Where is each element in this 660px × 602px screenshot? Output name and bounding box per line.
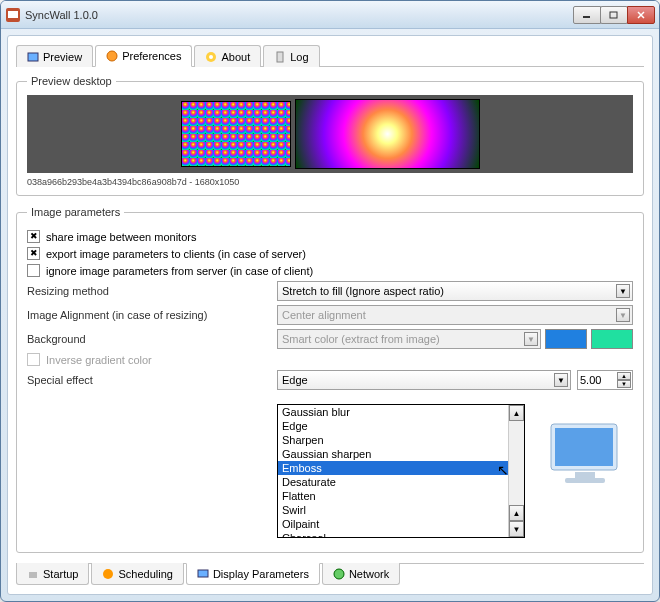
alignment-combo: Center alignment ▼ <box>277 305 633 325</box>
preview-legend: Preview desktop <box>27 75 116 87</box>
ignore-checkbox[interactable] <box>27 264 40 277</box>
chevron-down-icon: ▼ <box>554 373 568 387</box>
dropdown-item[interactable]: Flatten <box>278 489 524 503</box>
monitor-thumb-2[interactable] <box>295 99 480 169</box>
tab-label: Preview <box>43 51 82 63</box>
special-row: Special effect Edge ▼ 5.00 ▲▼ <box>27 370 633 390</box>
svg-point-9 <box>209 55 213 59</box>
top-tabstrip: Preview Preferences About Log <box>16 44 644 67</box>
tab-preview[interactable]: Preview <box>16 45 93 67</box>
svg-rect-17 <box>198 570 208 577</box>
combo-value: Center alignment <box>282 309 366 321</box>
svg-rect-1 <box>8 11 18 18</box>
tab-network[interactable]: Network <box>322 563 400 585</box>
background-label: Background <box>27 333 277 345</box>
svg-rect-15 <box>29 572 37 578</box>
spin-arrows[interactable]: ▲▼ <box>617 372 631 388</box>
dropdown-item[interactable]: Emboss <box>278 461 524 475</box>
display-icon <box>197 568 209 580</box>
special-combo[interactable]: Edge ▼ <box>277 370 571 390</box>
export-label: export image parameters to clients (in c… <box>46 248 306 260</box>
special-dropdown-list[interactable]: Gaussian blurEdgeSharpenGaussian sharpen… <box>277 404 525 538</box>
alignment-row: Image Alignment (in case of resizing) Ce… <box>27 305 633 325</box>
tab-label: Startup <box>43 568 78 580</box>
special-label: Special effect <box>27 374 277 386</box>
chevron-down-icon: ▼ <box>524 332 538 346</box>
preview-caption: 038a966b293be4a3b4394bc86a908b7d - 1680x… <box>27 177 633 187</box>
share-label: share image between monitors <box>46 231 196 243</box>
tab-scheduling[interactable]: Scheduling <box>91 563 183 585</box>
inverse-row: Inverse gradient color <box>27 353 633 366</box>
dropdown-item[interactable]: Sharpen <box>278 433 524 447</box>
scroll-track[interactable] <box>509 421 524 505</box>
resizing-row: Resizing method Stretch to fill (Ignore … <box>27 281 633 301</box>
dropdown-item[interactable]: Swirl <box>278 503 524 517</box>
ignore-row: ignore image parameters from server (in … <box>27 264 633 277</box>
log-icon <box>274 51 286 63</box>
maximize-button[interactable] <box>600 6 628 24</box>
svg-rect-3 <box>610 12 617 18</box>
dropdown-scrollbar[interactable]: ▲ ▲ ▼ <box>508 405 524 537</box>
color-swatch-1[interactable] <box>545 329 587 349</box>
about-icon <box>205 51 217 63</box>
spin-up-icon[interactable]: ▲ <box>617 372 631 380</box>
preview-strip <box>27 95 633 173</box>
preferences-icon <box>106 50 118 62</box>
dropdown-item[interactable]: Desaturate <box>278 475 524 489</box>
export-checkbox[interactable] <box>27 247 40 260</box>
tab-display-parameters[interactable]: Display Parameters <box>186 563 320 585</box>
monitor-thumb-1[interactable] <box>181 101 291 167</box>
scroll-down-icon[interactable]: ▼ <box>509 521 524 537</box>
dropdown-item[interactable]: Gaussian blur <box>278 405 524 419</box>
tab-label: Log <box>290 51 308 63</box>
tab-label: Preferences <box>122 50 181 62</box>
background-row: Background Smart color (extract from ima… <box>27 329 633 349</box>
client-area: Preview Preferences About Log Preview de… <box>7 35 653 595</box>
ignore-label: ignore image parameters from server (in … <box>46 265 313 277</box>
background-combo: Smart color (extract from image) ▼ <box>277 329 541 349</box>
scroll-up-icon[interactable]: ▲ <box>509 405 524 421</box>
svg-point-7 <box>107 51 117 61</box>
combo-value: Stretch to fill (Ignore aspect ratio) <box>282 285 444 297</box>
app-window: SyncWall 1.0.0 Preview Preferences About <box>0 0 660 602</box>
params-legend: Image parameters <box>27 206 124 218</box>
resizing-combo[interactable]: Stretch to fill (Ignore aspect ratio) ▼ <box>277 281 633 301</box>
minimize-button[interactable] <box>573 6 601 24</box>
dropdown-item[interactable]: Charcoal <box>278 531 524 537</box>
preview-icon <box>27 51 39 63</box>
svg-rect-13 <box>575 472 595 478</box>
color-swatch-2[interactable] <box>591 329 633 349</box>
window-controls <box>574 6 655 24</box>
svg-rect-14 <box>565 478 605 483</box>
close-button[interactable] <box>627 6 655 24</box>
tab-startup[interactable]: Startup <box>16 563 89 585</box>
resizing-label: Resizing method <box>27 285 277 297</box>
spin-value: 5.00 <box>580 374 601 386</box>
scroll-up2-icon[interactable]: ▲ <box>509 505 524 521</box>
tab-label: Network <box>349 568 389 580</box>
dropdown-item[interactable]: Edge <box>278 419 524 433</box>
tab-preferences[interactable]: Preferences <box>95 45 192 67</box>
combo-value: Smart color (extract from image) <box>282 333 440 345</box>
tab-about[interactable]: About <box>194 45 261 67</box>
tab-log[interactable]: Log <box>263 45 319 67</box>
image-parameters-group: Image parameters share image between mon… <box>16 206 644 553</box>
tab-label: About <box>221 51 250 63</box>
network-icon <box>333 568 345 580</box>
share-row: share image between monitors <box>27 230 633 243</box>
dropdown-item[interactable]: Oilpaint <box>278 517 524 531</box>
share-checkbox[interactable] <box>27 230 40 243</box>
tab-label: Scheduling <box>118 568 172 580</box>
dropdown-item[interactable]: Gaussian sharpen <box>278 447 524 461</box>
bottom-tabstrip: Startup Scheduling Display Parameters Ne… <box>16 563 644 586</box>
alignment-label: Image Alignment (in case of resizing) <box>27 309 277 321</box>
svg-point-18 <box>334 569 344 579</box>
svg-rect-6 <box>28 53 38 61</box>
svg-rect-10 <box>277 52 283 62</box>
app-icon <box>5 7 21 23</box>
scheduling-icon <box>102 568 114 580</box>
spin-down-icon[interactable]: ▼ <box>617 380 631 388</box>
special-spin[interactable]: 5.00 ▲▼ <box>577 370 633 390</box>
titlebar[interactable]: SyncWall 1.0.0 <box>1 1 659 29</box>
svg-rect-12 <box>555 428 613 466</box>
